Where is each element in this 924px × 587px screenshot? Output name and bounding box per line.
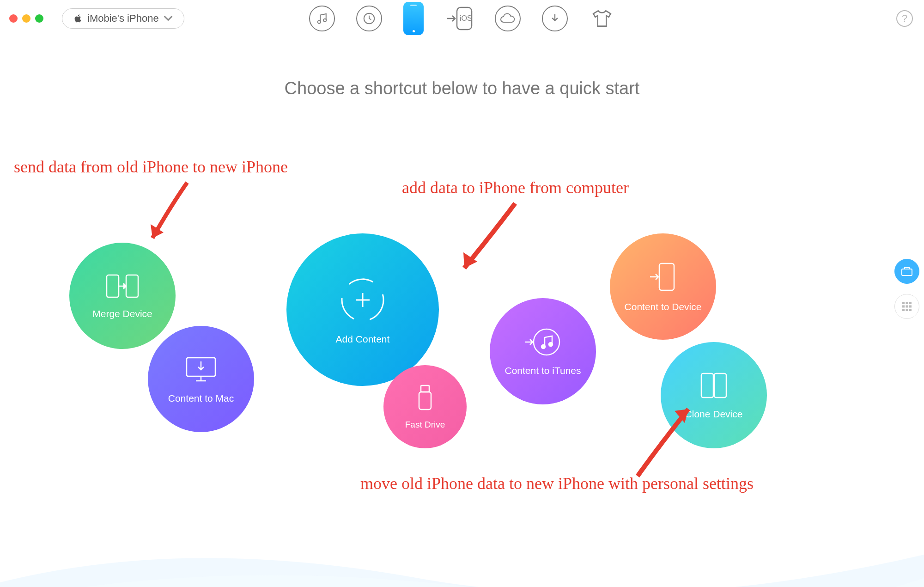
shortcut-label: Content to iTunes — [505, 365, 581, 376]
nav-skin-button[interactable] — [589, 6, 615, 31]
shortcut-fast-drive[interactable]: Fast Drive — [383, 365, 467, 448]
page-heading: Choose a shortcut below to have a quick … — [0, 79, 924, 98]
shortcut-merge-device[interactable]: Merge Device — [69, 243, 176, 349]
apple-icon — [73, 13, 83, 24]
nav-download-button[interactable] — [542, 6, 568, 31]
shortcut-label: Fast Drive — [405, 420, 445, 430]
svg-rect-5 — [107, 275, 119, 297]
svg-rect-10 — [419, 392, 431, 410]
svg-rect-16 — [714, 373, 726, 397]
side-dock — [894, 259, 924, 319]
device-dropdown[interactable]: iMobie's iPhone — [62, 8, 184, 29]
help-button[interactable]: ? — [896, 10, 913, 27]
svg-rect-6 — [126, 275, 138, 297]
shortcut-label: Add Content — [336, 334, 390, 345]
background-waves — [0, 499, 924, 587]
svg-point-12 — [541, 345, 545, 349]
nav-music-button[interactable] — [309, 6, 335, 31]
svg-rect-20 — [909, 302, 912, 304]
arrow-1 — [143, 178, 194, 247]
svg-rect-25 — [906, 309, 908, 311]
shortcut-content-to-itunes[interactable]: Content to iTunes — [490, 298, 596, 404]
chevron-down-icon — [164, 13, 173, 24]
svg-point-0 — [318, 20, 321, 23]
arrow-3 — [628, 402, 698, 481]
merge-device-icon — [104, 272, 141, 302]
shortcut-content-to-device[interactable]: Content to Device — [610, 233, 716, 340]
svg-rect-15 — [701, 373, 713, 397]
shortcut-label: Content to Mac — [168, 393, 234, 404]
dock-grid-button[interactable] — [894, 294, 919, 319]
itunes-transfer-icon — [523, 326, 562, 359]
shortcut-label: Merge Device — [92, 308, 152, 319]
annot-1: send data from old iPhone to new iPhone — [14, 157, 288, 177]
nav-to-ios-button[interactable]: iOS — [445, 6, 474, 31]
monitor-download-icon — [183, 354, 219, 386]
annot-2: add data to iPhone from computer — [402, 178, 629, 197]
add-content-icon — [337, 275, 388, 327]
svg-rect-18 — [902, 302, 905, 304]
minimize-window-button[interactable] — [22, 14, 30, 23]
toolbar: iMobie's iPhone iOS ? — [0, 0, 924, 37]
nav-history-button[interactable] — [356, 6, 382, 31]
clone-device-icon — [699, 371, 729, 402]
svg-rect-14 — [659, 263, 674, 290]
svg-rect-9 — [421, 385, 429, 392]
shortcut-label: Content to Device — [625, 301, 702, 312]
svg-point-1 — [323, 19, 326, 22]
close-window-button[interactable] — [9, 14, 18, 23]
svg-rect-17 — [902, 269, 912, 275]
maximize-window-button[interactable] — [35, 14, 43, 23]
svg-rect-21 — [902, 306, 905, 308]
window-controls — [9, 14, 43, 23]
svg-rect-19 — [906, 302, 908, 304]
device-name: iMobie's iPhone — [87, 12, 159, 24]
dock-shortcuts-button[interactable] — [894, 259, 919, 284]
nav-cloud-button[interactable] — [495, 6, 521, 31]
svg-point-13 — [549, 342, 553, 346]
usb-drive-icon — [416, 384, 434, 413]
arrow-2 — [453, 199, 522, 277]
svg-rect-24 — [902, 309, 905, 311]
main-content: Choose a shortcut below to have a quick … — [0, 79, 924, 587]
top-nav: iOS — [309, 2, 615, 35]
svg-point-11 — [534, 329, 559, 355]
shortcut-content-to-mac[interactable]: Content to Mac — [148, 326, 254, 432]
nav-device-button[interactable] — [403, 2, 424, 35]
svg-rect-22 — [906, 306, 908, 308]
content-to-device-icon — [648, 261, 678, 295]
shortcut-add-content[interactable]: Add Content — [286, 233, 439, 386]
svg-rect-26 — [909, 309, 912, 311]
svg-rect-23 — [909, 306, 912, 308]
svg-text:iOS: iOS — [460, 14, 472, 22]
